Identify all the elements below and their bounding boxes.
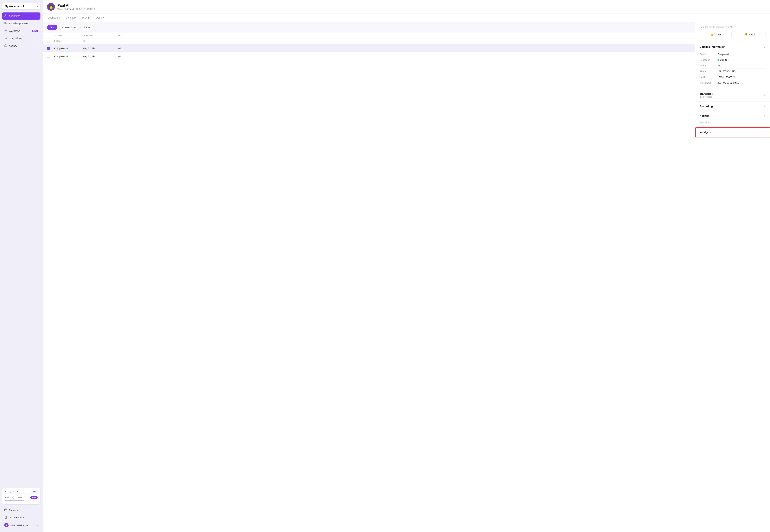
call-id-row: Call ID 17151...28600 ⧉ — [700, 74, 766, 80]
sidebar-item-workflows[interactable]: Workflows BETA — [2, 27, 40, 35]
status-dot-icon — [66, 48, 68, 49]
sidebar-bottom: 15 / 5,000 CR Text 3,452 / 6,000 MIN Voi… — [2, 488, 40, 529]
detailed-info-title: Detailed information — [700, 45, 725, 48]
great-label: Great — [715, 33, 721, 36]
filter-bar: Test Created date Status — [43, 22, 695, 33]
timestamp-row: Timestamp 2024-05-08 02:00:15 — [700, 80, 766, 86]
detailed-information-section: Detailed information ∧ Status Completed … — [695, 42, 770, 89]
sidebar-item-documentation[interactable]: Documentation — [2, 514, 40, 521]
subheader-to: TO — [83, 40, 118, 43]
text-usage-label: 15 / 5,000 CR — [5, 490, 18, 493]
analysis-title: Analysis — [700, 131, 711, 134]
sidebar-item-knowledge-base[interactable]: Knowledge Base — [2, 20, 40, 27]
rating-hint: Rate the call to finetune your AI. — [700, 26, 766, 28]
no-actions-text: No actions — [700, 121, 711, 124]
user-avatar: A — [4, 523, 9, 527]
voice-progress-fill — [5, 500, 24, 500]
response-value: Call: OK — [717, 59, 729, 61]
subheader-from: FROM — [54, 40, 83, 43]
actions-header[interactable]: Actions ∨ — [695, 111, 770, 121]
filter-test[interactable]: Test — [47, 25, 57, 30]
svg-point-5 — [5, 38, 5, 38]
row1-duration: 01... — [118, 47, 150, 50]
text-badge: Text — [31, 490, 38, 493]
sidebar-item-integrations[interactable]: Integrations — [2, 35, 40, 42]
table-row[interactable]: Completed May 8, 2024 01... — [43, 52, 695, 60]
voice-progress-bar — [5, 500, 38, 500]
row2-status: Completed — [54, 55, 83, 58]
partners-icon — [4, 508, 7, 512]
detailed-info-header[interactable]: Detailed information ∧ — [695, 42, 770, 51]
transcript-title: Transcript — [700, 92, 713, 95]
workspace-selector[interactable]: My Workspace 2 ▾ — [2, 3, 40, 10]
header-extra — [150, 34, 165, 36]
copy-id-icon[interactable]: ⧉ — [93, 8, 95, 10]
timestamp-label: Timestamp — [700, 82, 717, 84]
text-progress-fill — [5, 494, 5, 494]
agency-chevron-icon: ▾ — [37, 45, 38, 47]
workspace-name: My Workspace 2 — [5, 5, 24, 8]
integrations-icon — [4, 37, 7, 40]
voice-usage-row: 3,452 / 6,000 MIN Voice — [5, 496, 38, 499]
table-row[interactable]: Completed May 8, 2024 01... — [43, 44, 695, 52]
subheader-check — [47, 40, 54, 43]
awful-button[interactable]: 👎 Awful — [734, 31, 766, 38]
collapse-actions-icon: ∨ — [764, 114, 766, 117]
knowledge-base-label: Knowledge Base — [9, 22, 28, 25]
documentation-label: Documentation — [9, 516, 24, 519]
row1-status: Completed — [54, 47, 83, 50]
transcript-header[interactable]: Transcript 24 messages ∨ — [695, 89, 770, 101]
user-menu[interactable]: A albert.astabatsyan... ▾ — [2, 521, 40, 529]
timestamp-value: 2024-05-08 02:00:15 — [717, 82, 739, 84]
name-value: test — [717, 64, 721, 67]
tab-prompt[interactable]: Prompt — [81, 14, 91, 22]
sidebar: My Workspace 2 ▾ Assistants Kno — [0, 0, 43, 532]
name-row: Name test — [700, 63, 766, 69]
actions-section: Actions ∨ No actions — [695, 111, 770, 127]
collapse-detailed-icon: ∧ — [764, 45, 766, 48]
recording-header[interactable]: Recording ∨ — [695, 101, 770, 111]
status-dot-icon — [66, 56, 68, 57]
analysis-header[interactable]: Analysis ∨ — [696, 128, 770, 137]
text-progress-bar — [5, 494, 38, 494]
tab-deploy[interactable]: Deploy — [95, 14, 104, 22]
svg-rect-2 — [6, 22, 7, 23]
sidebar-item-agency[interactable]: Agency ▾ — [2, 42, 40, 49]
copy-call-id-icon[interactable]: ⧉ — [733, 76, 735, 79]
assistant-meta-text: Voice · Outbound · ID: 17147...94000 — [57, 8, 92, 10]
call-id-value: 17151...28600 ⧉ — [717, 76, 735, 79]
assistant-header: 🧑 Paul AI Voice · Outbound · ID: 17147..… — [43, 0, 770, 14]
main-content: 🧑 Paul AI Voice · Outbound · ID: 17147..… — [43, 0, 770, 532]
tab-configure[interactable]: Configure — [65, 14, 77, 22]
partners-label: Partners — [9, 509, 18, 512]
great-button[interactable]: 👍 Great — [700, 31, 732, 38]
header-checkbox-col — [47, 34, 54, 36]
collapse-analysis-icon: ∨ — [764, 131, 765, 134]
recording-title: Recording — [700, 105, 713, 108]
row2-checkbox[interactable] — [47, 55, 54, 58]
status-row: Status Completed — [700, 51, 766, 57]
assistants-label: Assistants — [9, 15, 20, 17]
row1-checkbox[interactable] — [47, 47, 54, 50]
header-created: CREATED — [83, 34, 118, 36]
assistant-meta: Voice · Outbound · ID: 17147...94000 ⧉ — [57, 8, 95, 10]
transcript-title-block: Transcript 24 messages — [700, 92, 713, 98]
integrations-label: Integrations — [9, 37, 22, 40]
row1-created: May 8, 2024 — [83, 47, 118, 50]
sidebar-item-assistants[interactable]: Assistants — [2, 12, 40, 20]
call-id-label: Call ID — [700, 76, 717, 79]
row2-duration: 01... — [118, 55, 150, 58]
calls-table: STATUS CREATED DU... FROM TO — [43, 33, 695, 532]
filter-status[interactable]: Status — [80, 25, 93, 30]
agency-label: Agency — [9, 45, 17, 47]
filter-created-date[interactable]: Created date — [59, 25, 79, 30]
select-all-checkbox[interactable] — [47, 40, 50, 43]
recording-section: Recording ∨ — [695, 101, 770, 111]
right-panel: Rate the call to finetune your AI. 👍 Gre… — [695, 22, 770, 532]
sidebar-item-partners[interactable]: Partners — [2, 507, 40, 514]
subheader-empty — [118, 40, 150, 43]
workflows-beta-badge: BETA — [32, 30, 38, 32]
user-chevron-icon: ▾ — [37, 524, 38, 526]
analysis-section: Analysis ∨ — [695, 127, 770, 137]
tab-dashboard[interactable]: Dashboard — [47, 14, 61, 22]
